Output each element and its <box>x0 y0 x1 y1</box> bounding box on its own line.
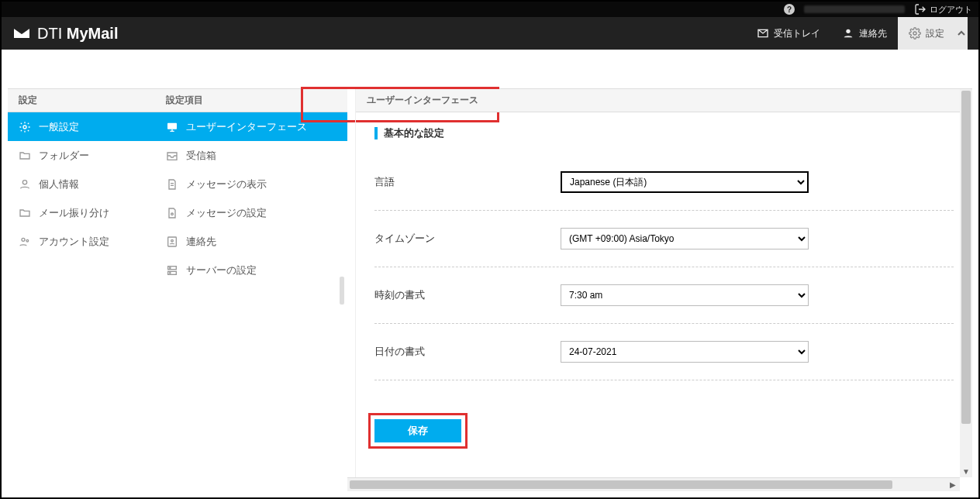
sidebar-item-filters[interactable]: メール振り分け <box>8 198 155 227</box>
svg-point-5 <box>26 239 29 242</box>
svg-point-0 <box>846 29 850 33</box>
section-item-label: 受信箱 <box>186 149 216 163</box>
mail-icon <box>12 24 31 43</box>
svg-point-13 <box>170 272 171 273</box>
nav-settings[interactable]: 設定 <box>898 17 955 50</box>
section-item-inbox[interactable]: 受信箱 <box>155 141 347 170</box>
scrollbar-thumb[interactable] <box>961 91 971 424</box>
sidebar-item-identity[interactable]: 個人情報 <box>8 170 155 198</box>
user-email <box>804 5 905 13</box>
col2-title: 設定項目 <box>155 89 347 112</box>
sidebar-item-general[interactable]: 一般設定 <box>8 112 155 141</box>
section-item-label: 連絡先 <box>186 235 216 249</box>
scrollbar-thumb[interactable] <box>350 480 892 489</box>
nav-contacts[interactable]: 連絡先 <box>831 17 898 50</box>
svg-point-4 <box>22 238 25 241</box>
section-item-label: メッセージの設定 <box>186 206 267 220</box>
person-icon <box>19 178 31 191</box>
settings-sections: 設定項目 ユーザーインターフェース 受信箱 メッセージの表示 メッセージの設定 … <box>155 89 347 491</box>
horizontal-scrollbar[interactable]: ◀ ▶ <box>347 477 960 491</box>
save-button[interactable]: 保存 <box>374 419 461 442</box>
contacts-icon <box>842 27 854 40</box>
header-nav: 受信トレイ 連絡先 設定 <box>746 17 968 50</box>
addressbook-icon <box>166 236 178 248</box>
splitter-handle[interactable] <box>340 277 344 305</box>
section-item-label: ユーザーインターフェース <box>186 120 307 134</box>
gear-icon <box>909 27 921 40</box>
nav-contacts-label: 連絡先 <box>859 27 887 40</box>
label-dateformat: 日付の書式 <box>374 345 561 359</box>
brand-suffix: MyMail <box>67 25 119 42</box>
svg-point-1 <box>913 32 916 35</box>
nav-inbox-label: 受信トレイ <box>774 27 820 40</box>
select-timezone[interactable]: (GMT +09:00) Asia/Tokyo <box>561 228 809 250</box>
label-timezone: タイムゾーン <box>374 232 561 246</box>
svg-point-9 <box>171 239 174 242</box>
logout-link[interactable]: ログアウト <box>914 3 972 15</box>
sidebar-item-label: 個人情報 <box>39 177 79 191</box>
select-language[interactable]: Japanese (日本語) <box>561 171 809 193</box>
settings-panel: ユーザーインターフェース 基本的な設定 言語 Japanese (日本語) タイ… <box>355 89 972 491</box>
col1-title: 設定 <box>8 89 155 112</box>
sidebar-item-account[interactable]: アカウント設定 <box>8 227 155 256</box>
brand: DTI MyMail <box>12 24 118 43</box>
row-dateformat: 日付の書式 24-07-2021 <box>374 324 954 380</box>
svg-point-2 <box>23 126 26 129</box>
inbox-icon <box>757 27 769 40</box>
document-icon <box>166 178 178 191</box>
folder-icon <box>19 150 31 162</box>
brand-prefix: DTI <box>37 25 67 42</box>
top-bar: ? ログアウト <box>2 2 978 17</box>
scroll-right-icon[interactable]: ▶ <box>946 478 960 491</box>
panel-title: ユーザーインターフェース <box>356 89 972 112</box>
logout-icon <box>914 3 927 15</box>
sidebar-item-label: アカウント設定 <box>39 235 109 249</box>
svg-point-12 <box>170 267 171 268</box>
gear-icon <box>19 121 31 133</box>
folder-icon <box>19 207 31 219</box>
row-timezone: タイムゾーン (GMT +09:00) Asia/Tokyo <box>374 211 954 267</box>
sidebar-item-label: 一般設定 <box>39 120 79 134</box>
section-title: 基本的な設定 <box>374 126 954 140</box>
people-icon <box>19 236 31 248</box>
section-item-display[interactable]: メッセージの表示 <box>155 170 347 198</box>
section-item-server[interactable]: サーバーの設定 <box>155 256 347 284</box>
section-item-ui[interactable]: ユーザーインターフェース <box>155 112 347 141</box>
svg-rect-6 <box>167 122 177 129</box>
section-item-label: メッセージの表示 <box>186 177 267 191</box>
label-timeformat: 時刻の書式 <box>374 288 561 302</box>
section-title-label: 基本的な設定 <box>384 126 444 140</box>
select-dateformat[interactable]: 24-07-2021 <box>561 341 809 363</box>
label-language: 言語 <box>374 175 561 189</box>
nav-settings-label: 設定 <box>926 27 944 40</box>
inbox-icon <box>166 150 178 162</box>
nav-inbox[interactable]: 受信トレイ <box>746 17 831 50</box>
help-icon[interactable]: ? <box>784 4 795 15</box>
row-language: 言語 Japanese (日本語) <box>374 154 954 211</box>
sidebar-item-folders[interactable]: フォルダー <box>8 141 155 170</box>
server-icon <box>166 264 178 277</box>
select-timeformat[interactable]: 7:30 am <box>561 284 809 306</box>
sidebar-item-label: メール振り分け <box>39 206 109 220</box>
monitor-icon <box>166 121 178 133</box>
settings-sidebar: 設定 一般設定 フォルダー 個人情報 メール振り分け アカウント設定 <box>8 89 155 491</box>
section-item-compose[interactable]: メッセージの設定 <box>155 198 347 227</box>
document-gear-icon <box>166 207 178 219</box>
svg-point-3 <box>22 180 26 184</box>
section-item-label: サーバーの設定 <box>186 263 257 277</box>
logout-label: ログアウト <box>930 4 972 15</box>
scroll-down-icon[interactable]: ▼ <box>960 465 972 477</box>
section-item-contacts[interactable]: 連絡先 <box>155 227 347 256</box>
nav-caret[interactable] <box>955 17 968 50</box>
chevron-up-icon <box>958 29 965 37</box>
sidebar-item-label: フォルダー <box>39 149 89 163</box>
vertical-scrollbar[interactable]: ▲ ▼ <box>960 89 972 477</box>
header: DTI MyMail 受信トレイ 連絡先 設定 <box>2 17 978 50</box>
svg-point-7 <box>171 213 174 215</box>
row-timeformat: 時刻の書式 7:30 am <box>374 267 954 324</box>
